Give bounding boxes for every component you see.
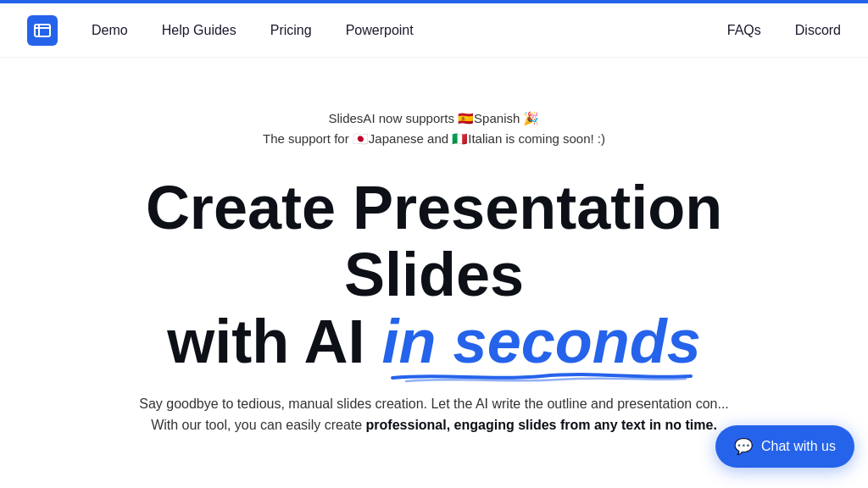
announcement-line1: SlidesAI now supports 🇪🇸Spanish 🎉 <box>263 108 605 129</box>
hero-subtitle-bold: professional, engaging slides from any t… <box>366 418 717 432</box>
nav-pricing[interactable]: Pricing <box>270 23 312 38</box>
hero-title-line1: Create Presentation Slides <box>146 174 722 308</box>
chat-bubble-icon: 💬 <box>734 437 753 456</box>
hero-subtitle: Say goodbye to tedious, manual slides cr… <box>139 393 729 436</box>
nav-faqs[interactable]: FAQs <box>727 23 761 38</box>
logo-icon <box>27 15 58 46</box>
hero-title-line2: with AI in seconds <box>167 308 700 375</box>
nav-discord[interactable]: Discord <box>795 23 841 38</box>
hero-title: Create Presentation Slides with AI in se… <box>53 175 815 376</box>
logo[interactable] <box>27 15 58 46</box>
announcement: SlidesAI now supports 🇪🇸Spanish 🎉 The su… <box>263 108 605 149</box>
header: Demo Help Guides Pricing Powerpoint FAQs… <box>0 3 868 58</box>
nav-help-guides[interactable]: Help Guides <box>162 23 236 38</box>
nav-right: FAQs Discord <box>727 23 841 38</box>
hero-subtitle-part1: Say goodbye to tedious, manual slides cr… <box>139 396 729 411</box>
main-content: SlidesAI now supports 🇪🇸Spanish 🎉 The su… <box>0 58 868 488</box>
nav-powerpoint[interactable]: Powerpoint <box>346 23 414 38</box>
svg-rect-0 <box>35 25 50 36</box>
nav-demo[interactable]: Demo <box>92 23 128 38</box>
nav-left: Demo Help Guides Pricing Powerpoint <box>92 23 727 38</box>
chat-widget-label: Chat with us <box>761 439 836 454</box>
hero-subtitle-part2: With our tool, you can easily create <box>151 418 365 432</box>
announcement-line2: The support for 🇯🇵Japanese and 🇮🇹Italian… <box>263 129 605 149</box>
hero-title-highlight: in seconds <box>382 308 701 375</box>
chat-widget[interactable]: 💬 Chat with us <box>715 425 854 468</box>
